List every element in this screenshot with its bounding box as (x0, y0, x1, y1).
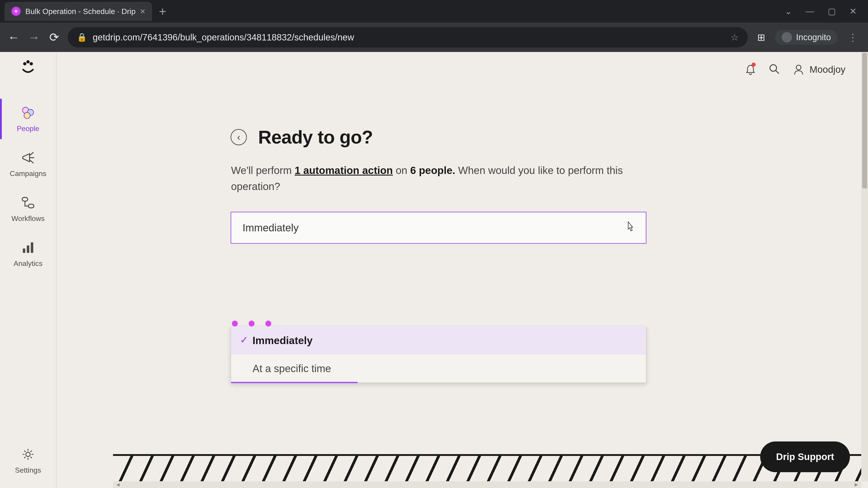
people-icon (20, 105, 36, 121)
user-icon (793, 64, 804, 75)
svg-point-11 (26, 452, 30, 456)
sidebar: People Campaigns Workflows Analytics (0, 52, 57, 488)
automation-action-link[interactable]: 1 automation action (294, 164, 393, 176)
browser-chrome: ✦ Bulk Operation - Schedule · Drip × + ⌄… (0, 0, 868, 52)
content: ‹ Ready to go? We'll perform 1 automatio… (230, 127, 647, 326)
sidebar-item-people[interactable]: People (0, 96, 56, 141)
forward-nav-icon: → (27, 31, 41, 44)
svg-rect-6 (22, 197, 28, 201)
sidebar-item-analytics[interactable]: Analytics (0, 231, 56, 276)
chevron-left-icon: ‹ (237, 132, 240, 142)
support-button[interactable]: Drip Support (760, 442, 850, 472)
address-row: ← → ⟳ 🔒 getdrip.com/7641396/bulk_operati… (0, 23, 868, 52)
sidebar-item-label: People (17, 125, 39, 133)
sidebar-item-workflows[interactable]: Workflows (0, 186, 56, 231)
svg-point-5 (24, 112, 30, 119)
tab-dropdown-icon[interactable]: ⌄ (785, 6, 792, 16)
page-description: We'll perform 1 automation action on 6 p… (230, 162, 647, 195)
page-header: ‹ Ready to go? (230, 127, 647, 148)
svg-point-0 (23, 62, 26, 65)
check-icon: ✓ (240, 334, 248, 346)
svg-rect-7 (28, 204, 34, 208)
close-window-icon[interactable]: ✕ (849, 6, 857, 16)
scroll-left-icon[interactable]: ◄ (115, 482, 121, 488)
progress-indicator (231, 382, 358, 383)
extensions-icon[interactable]: ⊞ (754, 32, 768, 43)
sidebar-item-label: Analytics (13, 259, 42, 268)
option-label: Immediately (252, 335, 313, 346)
page-title: Ready to go? (258, 127, 373, 148)
step-dot (266, 321, 271, 326)
sidebar-item-label: Campaigns (10, 169, 46, 178)
incognito-badge[interactable]: Incognito (775, 30, 838, 45)
selected-value: Immediately (243, 222, 299, 234)
svg-line-13 (776, 70, 779, 74)
minimize-icon[interactable]: — (806, 6, 814, 16)
tab-favicon-icon: ✦ (11, 6, 21, 16)
tab-bar: ✦ Bulk Operation - Schedule · Drip × + ⌄… (0, 0, 868, 23)
svg-rect-10 (31, 242, 33, 253)
notifications-button[interactable] (745, 64, 756, 75)
url-text: getdrip.com/7641396/bulk_operations/3481… (93, 32, 354, 42)
step-dot (232, 321, 238, 326)
browser-tab[interactable]: ✦ Bulk Operation - Schedule · Drip × (4, 2, 152, 21)
maximize-icon[interactable]: ▢ (828, 6, 836, 16)
schedule-options: ✓ Immediately At a specific time (230, 326, 647, 383)
sidebar-item-label: Workflows (11, 215, 45, 223)
tab-close-icon[interactable]: × (140, 7, 145, 16)
back-button[interactable]: ‹ (230, 129, 247, 145)
bookmark-star-icon[interactable]: ☆ (731, 32, 739, 42)
sidebar-item-settings[interactable]: Settings (0, 438, 56, 488)
search-button[interactable] (769, 63, 780, 76)
option-specific-time[interactable]: At a specific time (231, 355, 646, 383)
sidebar-item-campaigns[interactable]: Campaigns (0, 141, 56, 186)
workflows-icon (20, 195, 36, 210)
decorative-footer (113, 454, 868, 481)
schedule-select[interactable]: Immediately (230, 212, 647, 244)
horizontal-scrollbar[interactable]: ◄ ► (113, 481, 861, 488)
option-immediately[interactable]: ✓ Immediately (231, 326, 646, 355)
gear-icon (20, 447, 36, 462)
step-dots (230, 321, 647, 326)
incognito-icon (782, 32, 792, 42)
tab-title: Bulk Operation - Schedule · Drip (25, 7, 135, 16)
svg-point-12 (770, 65, 776, 71)
svg-point-2 (26, 60, 30, 63)
sidebar-item-label: Settings (15, 466, 41, 475)
svg-rect-8 (23, 249, 25, 253)
support-label: Drip Support (776, 451, 834, 462)
user-menu[interactable]: Moodjoy (793, 64, 845, 75)
app-viewport: People Campaigns Workflows Analytics (0, 52, 868, 488)
scroll-right-icon[interactable]: ► (854, 482, 859, 488)
svg-point-1 (30, 62, 33, 65)
back-nav-icon[interactable]: ← (7, 31, 20, 44)
schedule-dropdown: Immediately ✓ Immediately At a specific … (230, 212, 647, 326)
vertical-scrollbar[interactable] (861, 52, 868, 481)
people-count: 6 people. (410, 164, 455, 176)
user-name: Moodjoy (809, 64, 845, 75)
megaphone-icon (20, 150, 36, 165)
new-tab-button[interactable]: + (159, 4, 166, 19)
chrome-menu-icon[interactable]: ⋮ (844, 32, 861, 43)
scrollbar-thumb[interactable] (862, 53, 867, 188)
topbar: Moodjoy (745, 63, 845, 76)
reload-icon[interactable]: ⟳ (48, 31, 61, 44)
lock-icon: 🔒 (77, 33, 87, 42)
window-controls: ⌄ — ▢ ✕ (785, 6, 864, 16)
svg-rect-9 (27, 246, 29, 253)
svg-point-14 (796, 65, 801, 70)
step-dot (249, 321, 254, 326)
drip-logo-icon[interactable] (20, 60, 36, 76)
option-label: At a specific time (252, 363, 331, 375)
incognito-label: Incognito (796, 33, 831, 42)
main-area: Moodjoy ‹ Ready to go? We'll perform 1 a… (57, 52, 868, 488)
address-bar[interactable]: 🔒 getdrip.com/7641396/bulk_operations/34… (68, 27, 748, 47)
cursor-icon (625, 221, 634, 234)
analytics-icon (20, 240, 36, 255)
